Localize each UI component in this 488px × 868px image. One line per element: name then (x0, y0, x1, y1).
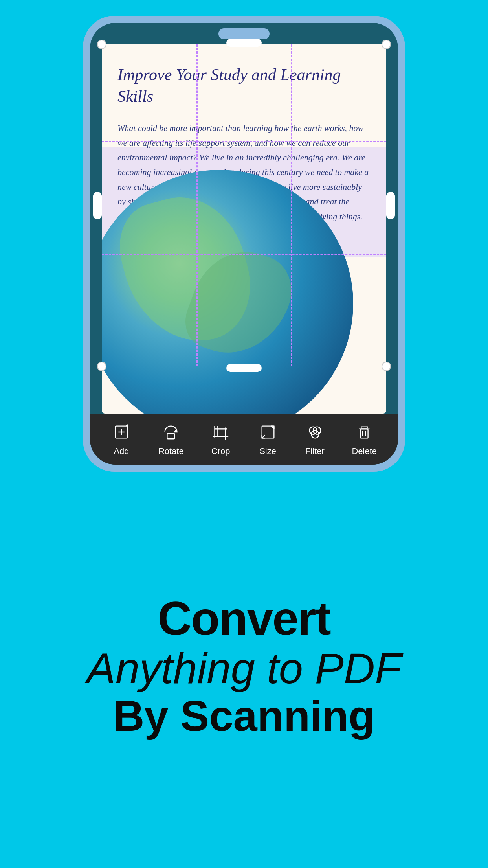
crop-icon (211, 422, 231, 442)
crop-handle-right[interactable] (386, 192, 395, 219)
toolbar-label-filter: Filter (305, 446, 325, 456)
phone-area: Improve Your Study and Learning Skills W… (0, 0, 488, 472)
rotate-icon (161, 422, 181, 442)
toolbar-label-rotate: Rotate (158, 446, 184, 456)
document-area: Improve Your Study and Learning Skills W… (90, 23, 398, 414)
phone-inner: Improve Your Study and Learning Skills W… (90, 23, 398, 465)
convert-tagline: By Scanning (113, 692, 375, 739)
toolbar-item-rotate[interactable]: Rotate (158, 422, 184, 456)
filter-icon (305, 422, 325, 442)
toolbar-item-delete[interactable]: Delete (352, 422, 377, 456)
convert-title: Convert (158, 592, 330, 644)
earth-container (102, 170, 353, 414)
bottom-text-section: Convert Anything to PDF By Scanning (63, 472, 425, 868)
earth-globe (102, 170, 353, 414)
size-icon (258, 422, 278, 442)
toolbar-label-size: Size (259, 446, 276, 456)
toolbar-label-add: Add (114, 446, 129, 456)
phone-notch (218, 28, 270, 39)
doc-title: Improve Your Study and Learning Skills (117, 64, 371, 107)
toolbar-item-crop[interactable]: Crop (211, 422, 231, 456)
convert-subtitle: Anything to PDF (87, 644, 402, 692)
svg-rect-5 (167, 434, 175, 439)
toolbar-item-size[interactable]: Size (258, 422, 278, 456)
toolbar-item-filter[interactable]: Filter (305, 422, 325, 456)
crop-handle-left[interactable] (93, 192, 102, 219)
document-page: Improve Your Study and Learning Skills W… (102, 44, 386, 414)
toolbar-label-delete: Delete (352, 446, 377, 456)
add-icon (111, 422, 132, 442)
toolbar: Add Rotate (90, 414, 398, 465)
toolbar-label-crop: Crop (211, 446, 230, 456)
svg-rect-18 (361, 429, 368, 438)
toolbar-item-add[interactable]: Add (111, 422, 132, 456)
delete-icon (354, 422, 374, 442)
phone-frame: Improve Your Study and Learning Skills W… (83, 16, 405, 472)
